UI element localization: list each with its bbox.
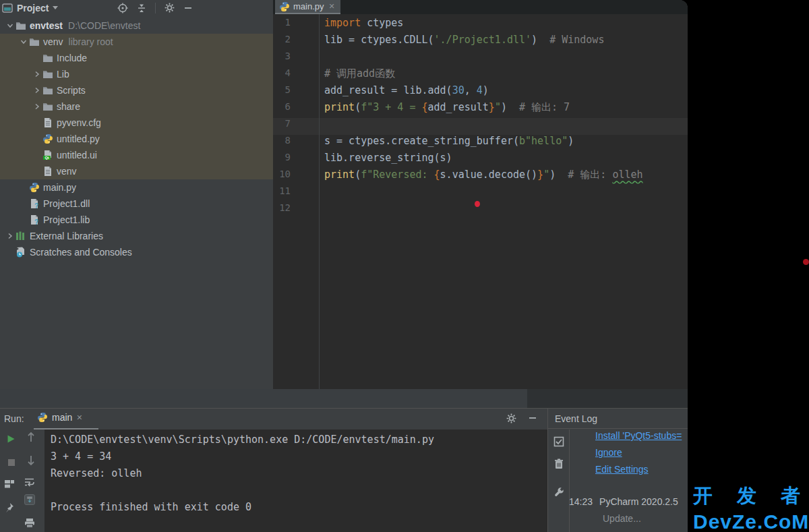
event-log-status: 14:23PyCharm 2020.2.5	[569, 496, 678, 507]
checkbox-icon[interactable]	[553, 436, 564, 447]
wrench-icon[interactable]	[553, 487, 564, 498]
tree-item-include[interactable]: Include	[0, 50, 273, 66]
event-log-link-ignore[interactable]: Ignore	[595, 444, 682, 461]
code-token: )	[483, 84, 489, 96]
event-log-update[interactable]: Update...	[603, 513, 641, 524]
collapse-all-icon[interactable]	[136, 3, 147, 13]
tree-item-label: Project1.dll	[43, 198, 90, 209]
trash-icon[interactable]	[553, 459, 564, 469]
folder-icon	[42, 101, 53, 112]
code-token: s.value.decode()	[440, 169, 538, 181]
code-line-5: add_result = lib.add(30, 4)	[324, 84, 643, 101]
code-token: olleh	[612, 169, 642, 181]
code-line-3	[324, 51, 643, 67]
pin-icon[interactable]	[4, 502, 15, 513]
project-panel-title[interactable]: Project	[17, 3, 49, 13]
code-line-8: s = ctypes.create_string_buffer(b"hello"…	[324, 135, 643, 152]
code-editor[interactable]: 123456789101112 import ctypeslib = ctype…	[273, 14, 688, 389]
code-token: )	[549, 169, 556, 181]
gear-icon[interactable]	[164, 3, 175, 13]
chevron-down-icon[interactable]	[4, 22, 16, 30]
unknown-icon: ?	[29, 214, 40, 225]
tree-item-untitled-py[interactable]: untitled.py	[0, 131, 273, 147]
tree-item-label: untitled.ui	[57, 150, 97, 160]
close-icon[interactable]: ✕	[76, 413, 82, 422]
event-log-message: PyCharm 2020.2.5	[599, 496, 678, 507]
tree-item-scripts[interactable]: Scripts	[0, 82, 273, 98]
minimize-icon[interactable]	[527, 413, 538, 423]
screenshot-stage: Project envtestD:\CODE\envtestvenvlibrar…	[0, 0, 809, 532]
scrollend-icon[interactable]	[24, 494, 35, 505]
watermark-line2: DevZe.CoM	[693, 510, 809, 532]
arrow-down-icon[interactable]	[26, 455, 36, 466]
chevron-right-icon[interactable]	[31, 86, 42, 94]
line-number: 10	[273, 169, 291, 185]
python-file-icon	[279, 1, 290, 12]
tree-item-project1-dll[interactable]: ?Project1.dll	[0, 196, 273, 212]
event-log-panel: Event Log Install 'PyQt5-stubs=IgnoreEdi…	[547, 408, 688, 532]
tree-item-share[interactable]: share	[0, 98, 273, 115]
tree-item-label: envtest	[30, 20, 63, 31]
run-toolbar	[0, 430, 44, 532]
folder-icon	[42, 53, 53, 63]
event-log-title[interactable]: Event Log	[548, 409, 688, 429]
folder-icon	[42, 85, 53, 96]
python-file-icon	[37, 412, 48, 423]
console-line: Reversed: olleh	[51, 467, 547, 484]
scratch-icon	[16, 247, 26, 258]
tree-item-label: Project1.lib	[43, 214, 90, 225]
red-cursor-dot	[475, 201, 480, 207]
line-number: 6	[273, 101, 291, 118]
minimize-icon[interactable]	[183, 3, 193, 13]
tree-item-pyvenv-cfg[interactable]: pyvenv.cfg	[0, 115, 273, 131]
tree-item-label: Lib	[57, 69, 69, 80]
stop-icon[interactable]	[6, 457, 17, 468]
chevron-right-icon[interactable]	[4, 232, 16, 240]
gutter-separator	[319, 14, 320, 389]
line-number: 8	[273, 135, 291, 152]
tree-item-label: pyvenv.cfg	[57, 117, 101, 128]
event-log-link-install-pyqt5-stubs-[interactable]: Install 'PyQt5-stubs=	[595, 427, 682, 444]
locate-target-icon[interactable]	[117, 3, 128, 13]
softwrap-icon[interactable]	[24, 477, 35, 487]
unknown-icon: ?	[29, 198, 40, 209]
chevron-right-icon[interactable]	[31, 70, 42, 78]
play-icon[interactable]	[5, 434, 16, 444]
tree-item-untitled-ui[interactable]: Qtuntitled.ui	[0, 147, 273, 163]
editor-tab-main-py[interactable]: main.py ✕	[275, 0, 340, 14]
grid-icon[interactable]	[4, 479, 15, 490]
event-log-link-edit-settings[interactable]: Edit Settings	[595, 461, 682, 478]
python-icon	[42, 134, 53, 144]
extlib-icon	[16, 231, 26, 241]
close-icon[interactable]: ✕	[329, 2, 335, 11]
chevron-down-icon[interactable]	[53, 6, 58, 9]
tree-item-envtest[interactable]: envtestD:\CODE\envtest	[0, 18, 273, 34]
code-token: )	[531, 34, 537, 46]
svg-text:?: ?	[34, 218, 38, 226]
tree-item-lib[interactable]: Lib	[0, 66, 273, 82]
printer-icon[interactable]	[24, 517, 35, 528]
code-token: # 输出: 7	[507, 101, 570, 113]
project-tool-window-icon	[2, 3, 13, 13]
watermark-line1: 开 发 者	[693, 483, 809, 510]
run-console-output[interactable]: D:\CODE\envtest\venv\Scripts\python.exe …	[44, 430, 547, 532]
gear-icon[interactable]	[506, 413, 516, 423]
chevron-right-icon[interactable]	[31, 102, 42, 111]
tree-item-external-libraries[interactable]: External Libraries	[0, 228, 273, 244]
tree-item-venv[interactable]: venvlibrary root	[0, 34, 273, 50]
tree-item-scratches-and-consoles[interactable]: Scratches and Consoles	[0, 244, 273, 260]
code-line-1: import ctypes	[324, 17, 643, 34]
run-tab-main[interactable]: main ✕	[37, 412, 83, 423]
chevron-down-icon[interactable]	[18, 38, 29, 46]
code-area[interactable]: import ctypeslib = ctypes.CDLL('./Projec…	[324, 17, 643, 219]
line-number: 9	[273, 152, 291, 169]
tree-item-main-py[interactable]: main.py	[0, 179, 273, 196]
tree-item-venv[interactable]: venv	[0, 163, 273, 179]
tree-item-project1-lib[interactable]: ?Project1.lib	[0, 212, 273, 228]
editor-bottom-strip	[527, 389, 688, 408]
code-token: print	[324, 101, 355, 113]
code-line-11	[324, 185, 643, 202]
arrow-up-icon[interactable]	[26, 432, 36, 442]
file-icon	[42, 166, 53, 177]
project-tree: envtestD:\CODE\envtestvenvlibrary rootIn…	[0, 16, 273, 389]
